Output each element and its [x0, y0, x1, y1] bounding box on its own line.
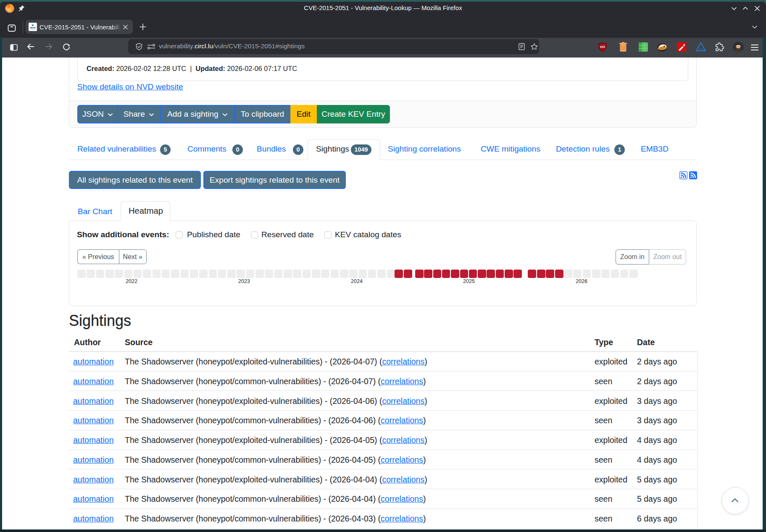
svg-text:CVE: CVE [699, 48, 703, 50]
svg-text:UO: UO [600, 45, 605, 49]
